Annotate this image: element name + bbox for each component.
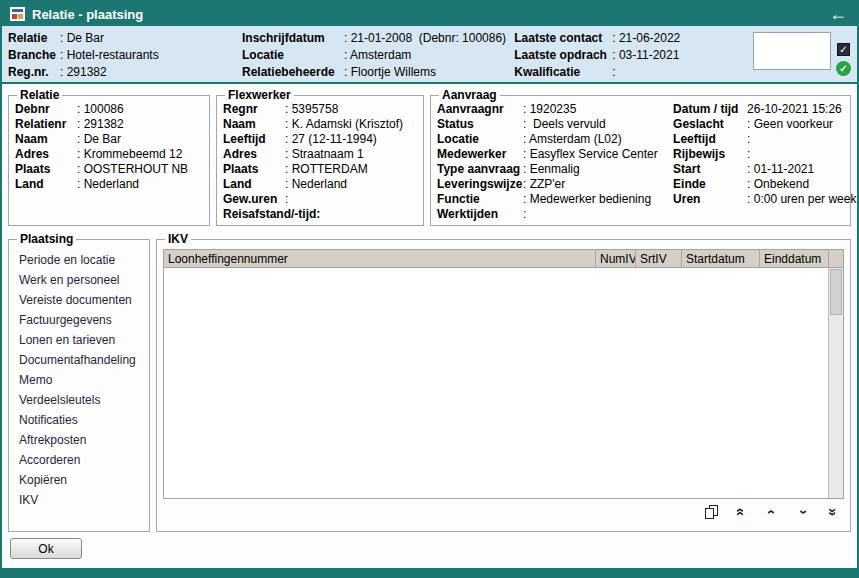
app-window: Relatie - plaatsing ← Relatie : De Bar B…: [0, 0, 859, 578]
header-row: Laatste opdrach : 03-11-2021: [514, 47, 753, 64]
field-value: : Eenmalig: [523, 162, 580, 177]
scroll-down-button[interactable]: ‹: [792, 504, 810, 520]
vertical-scrollbar[interactable]: [828, 268, 843, 498]
field-value: : 1920235: [523, 102, 576, 117]
field-value: : De Bar: [60, 30, 104, 47]
field-row: Leeftijd: 27 (12-11-1994): [223, 132, 417, 147]
back-arrow-button[interactable]: ←: [827, 5, 849, 23]
menu-item-lonen-en-tarieven[interactable]: Lonen en tarieven: [15, 330, 143, 350]
field-value: : Straatnaam 1: [285, 147, 364, 162]
chevron-down-icon: ‹: [794, 510, 808, 515]
menu-item-documentafhandeling[interactable]: Documentafhandeling: [15, 350, 143, 370]
copy-button[interactable]: [702, 504, 720, 520]
field-value: : 03-11-2021: [612, 47, 679, 64]
main-content: Relatie Debnr: 100086 Relatienr: 291382 …: [2, 84, 857, 568]
title-bar: Relatie - plaatsing ←: [2, 2, 857, 26]
menu-item-factuurgegevens[interactable]: Factuurgegevens: [15, 310, 143, 330]
footer-bar: Ok: [8, 538, 851, 559]
field-value: : Nederland: [285, 177, 347, 192]
field-row: Regnr: 5395758: [223, 102, 417, 117]
field-label: Start: [673, 162, 747, 177]
menu-item-notificaties[interactable]: Notificaties: [15, 410, 143, 430]
header-status-icons: ✓ ✓: [836, 43, 851, 80]
flexwerker-legend: Flexwerker: [225, 88, 294, 102]
menu-item-periode-en-locatie[interactable]: Periode en locatie: [15, 250, 143, 270]
field-value: : Deels vervuld: [523, 117, 606, 132]
field-row: Naam: K. Adamski (Krisztof): [223, 117, 417, 132]
field-label: Uren: [673, 192, 747, 207]
field-row: Rijbewijs:: [673, 147, 856, 162]
field-row: Start: 01-11-2021: [673, 162, 856, 177]
window-icon: [10, 7, 25, 21]
field-label: Gew.uren: [223, 192, 285, 207]
bottom-fieldsets-row: Plaatsing Periode en locatie Werk en per…: [8, 232, 851, 532]
field-value: : OOSTERHOUT NB: [77, 162, 188, 177]
menu-item-aftrekposten[interactable]: Aftrekposten: [15, 430, 143, 450]
field-value: : 291382: [60, 64, 107, 81]
double-chevron-up-icon: «: [734, 508, 748, 516]
field-label: Locatie: [437, 132, 523, 147]
field-value: : Geen voorkeur: [747, 117, 833, 132]
field-row: Uren: 0:00 uren per week: [673, 192, 856, 207]
aanvraag-left-column: Aanvraagnr: 1920235 Status: Deels vervul…: [437, 102, 673, 222]
ok-button[interactable]: Ok: [10, 538, 82, 559]
plaatsing-menu: Periode en locatie Werk en personeel Ver…: [15, 250, 143, 510]
aanvraag-legend: Aanvraag: [439, 88, 500, 102]
menu-item-vereiste-documenten[interactable]: Vereiste documenten: [15, 290, 143, 310]
field-label: Plaats: [223, 162, 285, 177]
field-value: : 0:00 uren per week: [747, 192, 856, 207]
field-value: : 21-01-2008 (Debnr: 100086): [344, 30, 506, 47]
field-value: : ROTTERDAM: [285, 162, 368, 177]
field-value: :: [747, 132, 750, 147]
field-label: Adres: [223, 147, 285, 162]
field-row: Medewerker: Easyflex Service Center: [437, 147, 673, 162]
ikv-table-header: Loonheffingennummer NumIV SrtIV Startdat…: [164, 250, 843, 268]
ikv-table-body: [164, 268, 843, 498]
top-fieldsets-row: Relatie Debnr: 100086 Relatienr: 291382 …: [8, 88, 851, 226]
field-label: Status: [437, 117, 523, 132]
header-right-panel: ✓ ✓: [753, 30, 851, 80]
field-label: Geslacht: [673, 117, 747, 132]
scroll-top-button[interactable]: «: [732, 504, 750, 520]
menu-item-accorderen[interactable]: Accorderen: [15, 450, 143, 470]
field-value: :: [285, 192, 288, 207]
header-row: Relatie : De Bar: [8, 30, 242, 47]
checked-checkbox[interactable]: ✓: [837, 43, 850, 56]
relatie-fieldset: Relatie Debnr: 100086 Relatienr: 291382 …: [8, 88, 210, 226]
field-value: : Amsterdam: [344, 47, 411, 64]
field-row: Debnr: 100086: [15, 102, 203, 117]
field-row: Reisafstand/-tijd:: [223, 207, 417, 222]
field-label: Naam: [15, 132, 77, 147]
field-value: : K. Adamski (Krisztof): [285, 117, 403, 132]
field-label: Plaats: [15, 162, 77, 177]
double-chevron-down-icon: «: [824, 508, 838, 516]
field-value: : 5395758: [285, 102, 338, 117]
relatie-legend: Relatie: [17, 88, 62, 102]
menu-item-memo[interactable]: Memo: [15, 370, 143, 390]
field-value: : 27 (12-11-1994): [285, 132, 377, 147]
menu-item-kopieren[interactable]: Kopiëren: [15, 470, 143, 490]
field-value: 26-10-2021 15:26: [747, 102, 842, 117]
field-row: Werktijden:: [437, 207, 673, 222]
scrollbar-thumb[interactable]: [830, 269, 842, 315]
scroll-up-button[interactable]: ‹: [762, 504, 780, 520]
field-label: Inschrijfdatum: [242, 30, 344, 47]
field-label: Debnr: [15, 102, 77, 117]
checkbox-check-icon: ✓: [839, 44, 847, 55]
field-value: : Krommebeemd 12: [77, 147, 182, 162]
field-label: Leeftijd: [673, 132, 747, 147]
menu-item-verdeelsleutels[interactable]: Verdeelsleutels: [15, 390, 143, 410]
field-label: Datum / tijd: [673, 102, 747, 117]
field-row: Land: Nederland: [223, 177, 417, 192]
field-label: Relatie: [8, 30, 60, 47]
menu-item-ikv[interactable]: IKV: [15, 490, 143, 510]
menu-item-werk-en-personeel[interactable]: Werk en personeel: [15, 270, 143, 290]
scroll-bottom-button[interactable]: «: [822, 504, 840, 520]
column-header-srtiv: SrtIV: [636, 250, 682, 267]
window-title: Relatie - plaatsing: [32, 7, 143, 22]
field-row: Functie: Medewerker bediening: [437, 192, 673, 207]
field-label: Relatienr: [15, 117, 77, 132]
notes-box: [753, 32, 831, 70]
field-label: Branche: [8, 47, 60, 64]
ikv-table: Loonheffingennummer NumIV SrtIV Startdat…: [163, 249, 844, 499]
